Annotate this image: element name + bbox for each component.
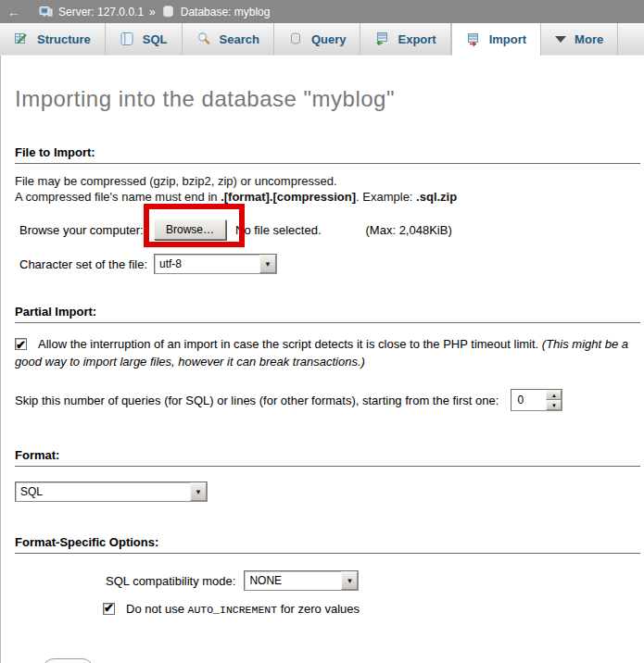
chevron-down-icon [555, 36, 566, 43]
auto-increment-label-suffix: for zero values [277, 602, 360, 616]
dropdown-arrow-icon [190, 482, 207, 501]
auto-increment-label: Do not use AUTO_INCREMENT for zero value… [126, 602, 360, 616]
query-icon [288, 31, 303, 46]
tab-label: SQL [143, 32, 168, 46]
format-select-value: SQL [16, 482, 190, 501]
auto-increment-row: Do not use AUTO_INCREMENT for zero value… [103, 602, 644, 616]
breadcrumb-separator: » [149, 6, 156, 19]
import-icon [466, 32, 481, 47]
section-heading-format-specific-options: Format-Specific Options: [15, 535, 640, 554]
tab-bar: Structure SQL Search Query [0, 23, 644, 56]
sql-compatibility-row: SQL compatibility mode: NONE [106, 570, 644, 591]
tab-label: More [575, 32, 603, 46]
format-select[interactable]: SQL [15, 482, 208, 502]
back-arrow-icon[interactable]: ← [7, 5, 20, 19]
browse-label: Browse your computer: [15, 223, 154, 237]
allow-interrupt-text: Allow the interruption of an import in c… [38, 337, 542, 351]
tab-import[interactable]: Import [451, 23, 541, 56]
compression-note-line1: File may be compressed (gzip, bzip2, zip… [15, 174, 337, 188]
format-select-row: SQL [15, 482, 644, 502]
tab-search[interactable]: Search [183, 23, 274, 55]
compression-note: File may be compressed (gzip, bzip2, zip… [15, 173, 644, 205]
server-icon [39, 5, 53, 19]
section-heading-partial-import: Partial Import: [15, 305, 640, 323]
allow-interrupt-checkbox[interactable] [15, 338, 27, 350]
skip-queries-value: 0 [511, 390, 546, 410]
skip-queries-row: Skip this number of queries (for SQL) or… [15, 389, 644, 411]
spinner-up-icon[interactable] [546, 390, 562, 400]
auto-increment-label-prefix: Do not use [126, 602, 188, 616]
spinner-down-icon[interactable] [546, 400, 562, 410]
structure-icon [14, 31, 29, 46]
tab-label: Query [311, 32, 347, 46]
tab-more[interactable]: More [541, 23, 618, 55]
import-page: Importing into the database "myblog" Fil… [0, 56, 644, 663]
skip-queries-label: Skip this number of queries (for SQL) or… [15, 394, 499, 407]
charset-label: Character set of the file: [15, 257, 154, 271]
sql-compatibility-value: NONE [245, 571, 341, 590]
export-icon [374, 31, 389, 46]
breadcrumb-server[interactable]: Server: 127.0.0.1 [58, 6, 144, 19]
skip-queries-input[interactable]: 0 [511, 389, 562, 411]
breadcrumb-database[interactable]: Database: myblog [181, 6, 271, 19]
dropdown-arrow-icon [259, 255, 276, 273]
auto-increment-checkbox[interactable] [103, 603, 115, 615]
tab-label: Structure [37, 32, 91, 46]
sql-compatibility-select[interactable]: NONE [244, 570, 359, 591]
file-upload-row: Browse your computer: Browse… No file se… [15, 219, 644, 241]
compression-note-line2-prefix: A compressed file's name must end in [15, 190, 221, 204]
compression-example: .sql.zip [416, 190, 457, 204]
tab-label: Import [489, 32, 526, 46]
spinner-buttons [546, 390, 562, 410]
search-icon [196, 31, 211, 46]
section-heading-format: Format: [15, 448, 640, 467]
sql-compatibility-label: SQL compatibility mode: [106, 574, 235, 588]
auto-increment-code: AUTO_INCREMENT [188, 604, 278, 616]
compression-format-pattern: .[format].[compression] [221, 190, 356, 204]
charset-select-value: utf-8 [155, 255, 259, 273]
page-title: Importing into the database "myblog" [15, 56, 644, 112]
no-file-selected-text: No file selected. [235, 223, 322, 237]
section-heading-file-to-import: File to Import: [15, 145, 640, 164]
database-icon [161, 5, 175, 19]
tab-export[interactable]: Export [360, 23, 450, 55]
tab-label: Search [220, 32, 259, 46]
tab-label: Export [398, 32, 436, 46]
tab-sql[interactable]: SQL [106, 23, 183, 55]
browse-button[interactable]: Browse… [154, 219, 226, 240]
go-button[interactable]: Go [43, 658, 94, 663]
tab-structure[interactable]: Structure [0, 23, 106, 55]
breadcrumb: ← Server: 127.0.0.1 » Database: myblog [0, 0, 644, 23]
sql-icon [120, 31, 134, 46]
max-upload-size: (Max: 2,048KiB) [366, 223, 452, 237]
compression-note-line2-mid: . Example: [356, 190, 416, 204]
allow-interrupt-row: Allow the interruption of an import in c… [15, 335, 644, 370]
tab-query[interactable]: Query [274, 23, 361, 55]
dropdown-arrow-icon [341, 571, 358, 590]
charset-select[interactable]: utf-8 [154, 254, 277, 274]
charset-row: Character set of the file: utf-8 [15, 253, 644, 275]
